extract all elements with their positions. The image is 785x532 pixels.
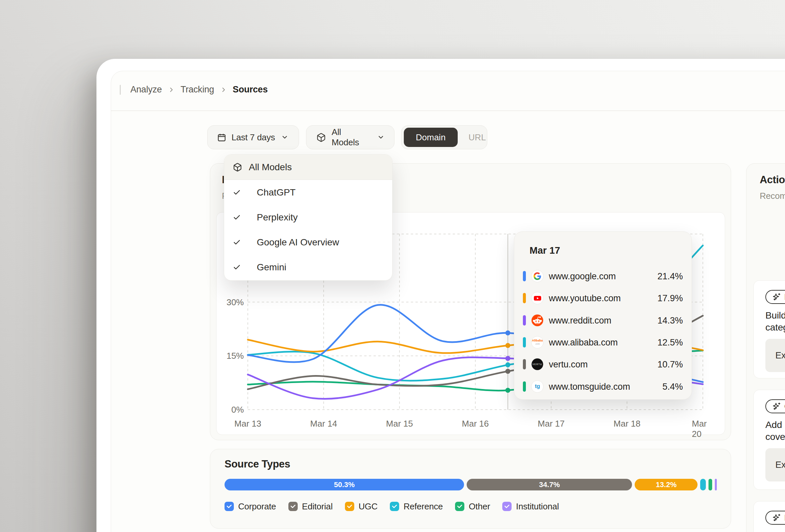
x-axis-tick: Mar 16 <box>462 419 489 429</box>
effort-badge: Quick win <box>765 399 785 413</box>
expected-impact: Expected impact+ 3 - 6% AI <box>765 448 785 481</box>
source-type-segment-reference <box>700 479 706 490</box>
cube-icon <box>316 133 326 142</box>
action-card[interactable]: Moderate Technical Implement Product + R… <box>753 501 785 532</box>
toggle-option-url[interactable]: URL <box>458 132 497 143</box>
source-types-panel: Source Types 50.3%34.7%13.2% Corporate E… <box>210 449 731 529</box>
checkbox-label: Editorial <box>302 501 333 512</box>
checkbox[interactable] <box>288 502 298 511</box>
source-type-checkbox-ugc[interactable]: UGC <box>345 501 378 512</box>
models-dropdown-option[interactable]: Gemini <box>224 255 392 280</box>
source-type-checkbox-editorial[interactable]: Editorial <box>288 501 333 512</box>
checkbox-label: Institutional <box>516 501 559 512</box>
x-axis-tick: Mar 17 <box>538 419 565 429</box>
x-axis-tick: Mar 14 <box>310 419 337 429</box>
tooltip-value: 17.9% <box>657 293 683 303</box>
source-types-legend: Corporate Editorial UGC Reference Other … <box>225 500 559 513</box>
sparkle-icon <box>773 513 781 522</box>
header-separator <box>111 110 785 111</box>
chart-tooltip: Mar 17 www.google.com 21.4% www.youtube.… <box>514 232 692 400</box>
breadcrumb-item-sources: Sources <box>233 84 268 95</box>
y-axis-tick: 0% <box>217 405 244 415</box>
series-color-bar <box>523 337 526 347</box>
tooltip-row: Alibaba.com www.alibaba.com 12.5% <box>514 336 691 349</box>
series-color-bar <box>523 381 526 392</box>
action-title: Build keyword-aligned hub pagcategories <box>765 309 785 333</box>
tooltip-value: 21.4% <box>657 271 683 282</box>
models-dropdown-option-label: Google AI Overview <box>257 237 339 248</box>
models-dropdown-option[interactable]: ChatGPT <box>224 180 392 205</box>
source-type-checkbox-reference[interactable]: Reference <box>390 501 443 512</box>
models-filter-button[interactable]: All Models <box>306 125 395 149</box>
checkbox-label: Other <box>469 501 490 512</box>
expected-impact: Expected impact+ 6 - 12% A <box>765 339 785 372</box>
models-dropdown-option[interactable]: Google AI Overview <box>224 230 392 255</box>
chevron-down-icon <box>378 134 384 141</box>
check-icon <box>233 263 241 271</box>
actions-title: Actions <box>760 174 785 186</box>
models-dropdown-header[interactable]: All Models <box>224 155 392 180</box>
series-color-bar <box>523 359 526 369</box>
sparkle-icon <box>773 293 781 301</box>
reddit-favicon <box>531 314 543 326</box>
tooltip-value: 5.4% <box>662 381 683 392</box>
checkbox[interactable] <box>502 502 512 511</box>
series-color-bar <box>523 315 526 325</box>
toggle-option-domain[interactable]: Domain <box>404 128 458 147</box>
check-icon <box>233 188 241 196</box>
tooltip-row: tg www.tomsguide.com 5.4% <box>514 380 691 393</box>
models-dropdown-option[interactable]: Perplexity <box>224 205 392 230</box>
segment-value: 50.3% <box>334 480 355 489</box>
source-type-checkbox-corporate[interactable]: Corporate <box>225 501 276 512</box>
models-dropdown-option-label: Gemini <box>257 262 286 273</box>
tooltip-domain: vertu.com <box>549 360 588 370</box>
chevron-right-icon <box>221 87 226 92</box>
source-type-segment-corporate: 50.3% <box>225 479 464 490</box>
checkbox[interactable] <box>455 502 464 511</box>
x-axis-tick: Mar 13 <box>234 419 261 429</box>
source-type-checkbox-institutional[interactable]: Institutional <box>502 501 559 512</box>
breadcrumb: Analyze Tracking Sources <box>111 71 785 122</box>
source-type-segment-other <box>709 479 712 490</box>
breadcrumb-item-tracking[interactable]: Tracking <box>181 84 214 95</box>
domain-url-toggle: Domain URL <box>401 125 487 149</box>
youtube-favicon <box>531 292 543 304</box>
calendar-icon <box>217 133 227 142</box>
source-type-segment-institutional <box>715 479 717 490</box>
sidebar-collapse-indicator <box>120 85 121 95</box>
models-dropdown-option-label: Perplexity <box>257 212 298 223</box>
y-axis-tick: 15% <box>217 351 244 361</box>
date-range-button[interactable]: Last 7 days <box>207 125 299 149</box>
checkbox-label: Reference <box>403 501 443 512</box>
segment-value: 34.7% <box>539 480 560 489</box>
checkbox[interactable] <box>390 502 399 511</box>
source-types-bar: 50.3%34.7%13.2% <box>225 479 717 490</box>
y-axis-tick: 30% <box>217 297 244 307</box>
action-card[interactable]: Moderate Content Build keyword-aligned h… <box>753 280 785 378</box>
google-favicon <box>531 270 543 282</box>
tooltip-domain: www.youtube.com <box>549 293 621 303</box>
tooltip-domain: www.tomsguide.com <box>549 381 630 392</box>
sparkle-icon <box>773 402 781 410</box>
tooltip-domain: www.google.com <box>549 271 616 282</box>
models-filter-label: All Models <box>332 127 371 148</box>
check-icon <box>233 213 241 221</box>
source-type-checkbox-other[interactable]: Other <box>455 501 490 512</box>
models-dropdown-menu: All Models ChatGPT Perplexity Google AI … <box>224 154 392 281</box>
tooltip-value: 12.5% <box>657 337 683 347</box>
tooltip-row: www.youtube.com 17.9% <box>514 292 691 304</box>
tomsguide-favicon: tg <box>531 380 543 393</box>
action-card[interactable]: Quick win On-page SEO Add FAQ schema to … <box>753 390 785 490</box>
checkbox[interactable] <box>345 502 354 511</box>
source-type-segment-ugc: 13.2% <box>635 479 698 490</box>
tooltip-date: Mar 17 <box>530 245 560 256</box>
chevron-right-icon <box>169 87 174 92</box>
series-color-bar <box>523 271 526 281</box>
vertu-favicon: VERTU <box>531 358 543 370</box>
app-content: Analyze Tracking Sources Last 7 d <box>111 71 785 532</box>
models-dropdown-header-label: All Models <box>249 162 292 172</box>
breadcrumb-item-analyze[interactable]: Analyze <box>130 84 162 95</box>
app-window: Analyze Tracking Sources Last 7 d <box>97 59 785 532</box>
series-color-bar <box>523 293 526 303</box>
checkbox[interactable] <box>225 502 234 511</box>
